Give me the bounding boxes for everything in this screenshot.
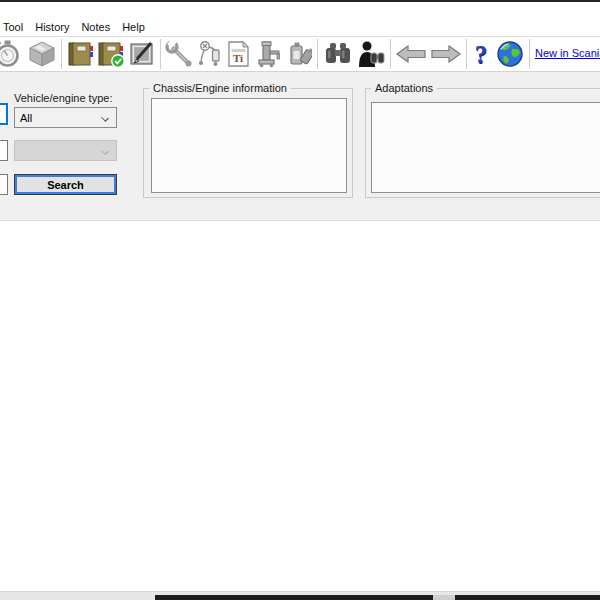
taskbar-dark-region[interactable] — [155, 595, 600, 600]
engine-stand-icon — [253, 40, 281, 68]
menu-help[interactable]: Help — [116, 19, 151, 35]
window-top-edge — [0, 0, 600, 2]
notepad-pen-button[interactable] — [128, 38, 156, 70]
engine-stand-button[interactable] — [253, 38, 281, 70]
vehicle-engine-type-label: Vehicle/engine type: — [14, 92, 112, 104]
search-parts-button[interactable] — [323, 38, 353, 70]
arrow-left-icon — [395, 44, 427, 64]
diagnostics-circuit-icon — [195, 40, 223, 68]
oil-consumables-button[interactable] — [284, 38, 312, 70]
new-in-scania-multi-link[interactable]: New in Scania Multi — [535, 47, 600, 59]
chassis-engine-info-group: Chassis/Engine information — [143, 88, 353, 198]
toolbar-separator — [466, 39, 467, 69]
app-window: Tool History Notes Help — [0, 0, 600, 600]
stopwatch-button[interactable] — [0, 38, 24, 70]
search-button[interactable]: Search — [14, 174, 117, 195]
diagnostics-button[interactable] — [195, 38, 223, 70]
chevron-down-icon — [101, 147, 109, 155]
globe-icon — [496, 40, 524, 68]
wrench-icon — [165, 40, 193, 68]
cut-off-input-field-1[interactable] — [0, 103, 8, 125]
secondary-select-disabled — [14, 140, 117, 161]
technical-info-button[interactable]: Ti — [225, 38, 251, 70]
toolbar-separator — [390, 39, 391, 69]
catalog-book-button[interactable] — [66, 38, 94, 70]
vehicle-engine-type-value: All — [20, 112, 32, 124]
oil-bottles-icon — [284, 40, 312, 68]
forward-button[interactable] — [430, 38, 462, 70]
technical-info-document-icon: Ti — [225, 40, 251, 68]
taskbar[interactable] — [0, 595, 600, 600]
toolbar-separator — [160, 39, 161, 69]
person-binoculars-icon — [356, 40, 386, 68]
wrench-button[interactable] — [165, 38, 193, 70]
menu-notes[interactable]: Notes — [75, 19, 116, 35]
catalog-book-icon — [66, 40, 94, 68]
vehicle-engine-type-select[interactable]: All — [14, 107, 117, 128]
chassis-engine-info-label: Chassis/Engine information — [149, 82, 291, 94]
chevron-down-icon — [101, 114, 109, 122]
help-button[interactable]: ? — [471, 38, 491, 70]
chassis-engine-info-box[interactable] — [151, 98, 347, 193]
toolbar: Ti — [0, 37, 600, 72]
arrow-right-icon — [430, 44, 462, 64]
help-question-icon: ? — [475, 42, 488, 67]
taskbar-button-segment[interactable] — [433, 595, 455, 600]
menu-history[interactable]: History — [29, 19, 75, 35]
adaptations-label: Adaptations — [371, 82, 437, 94]
toolbar-separator — [61, 39, 62, 69]
cut-off-input-field-3[interactable] — [0, 174, 8, 195]
menu-bar: Tool History Notes Help — [0, 18, 600, 37]
menu-tool[interactable]: Tool — [3, 19, 29, 35]
stopwatch-icon — [0, 39, 24, 69]
adaptations-group: Adaptations — [365, 88, 600, 198]
search-person-button[interactable] — [356, 38, 386, 70]
catalog-book-checked-button[interactable] — [97, 38, 125, 70]
search-header-panel: Vehicle/engine type: All Search Chassis/… — [0, 72, 600, 221]
back-button[interactable] — [395, 38, 427, 70]
notepad-pen-icon — [128, 40, 156, 68]
toolbar-separator — [529, 39, 530, 69]
svg-text:Ti: Ti — [233, 52, 243, 64]
catalog-book-checked-icon — [97, 40, 125, 68]
web-button[interactable] — [496, 38, 524, 70]
cut-off-input-field-2[interactable] — [0, 140, 8, 161]
binoculars-icon — [323, 41, 353, 67]
package-button[interactable] — [27, 38, 57, 70]
main-content-area — [0, 222, 600, 591]
toolbar-separator — [317, 39, 318, 69]
adaptations-list-box[interactable] — [371, 102, 600, 193]
package-icon — [27, 40, 57, 68]
